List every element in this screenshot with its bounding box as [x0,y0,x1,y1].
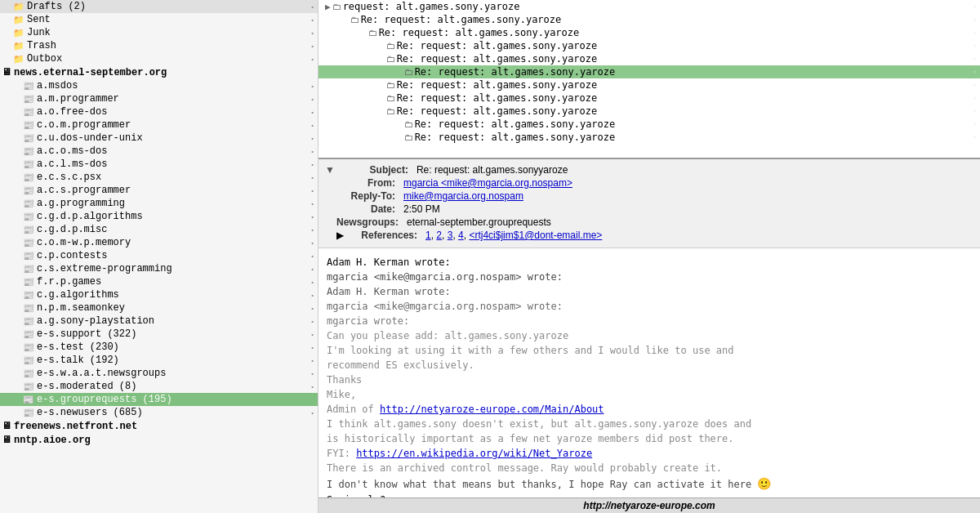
folder-icon: 📰 [23,264,34,274]
thread-spacer [343,15,349,25]
item-dot: • [310,292,314,299]
ref-4[interactable]: 4 [458,230,464,241]
sidebar-item-c.p.contests[interactable]: 📰c.p.contests• [0,249,318,262]
sidebar-item-e.c.s.c.psx[interactable]: 📰e.c.s.c.psx• [0,171,318,184]
thread-folder-icon: 🗀 [368,28,377,38]
sidebar-item-label: e-s.moderated (8) [37,381,310,392]
sidebar-item-e-s.support[interactable]: 📰e-s.support (322)• [0,328,318,341]
sidebar-item-e-s.test[interactable]: 📰e-s.test (230)• [0,341,318,354]
sidebar: 📁Drafts (2)•📁Sent•📁Junk•📁Trash•📁Outbox•🖥… [0,0,318,513]
replyto-link[interactable]: mike@mgarcia.org.nospam [403,190,523,202]
folder-icon: 📰 [23,172,34,183]
sidebar-item-drafts[interactable]: 📁Drafts (2)• [0,0,318,13]
thread-item[interactable]: 🗀Re: request: alt.games.sony.yaroze◦ [318,39,980,52]
sidebar-item-sent[interactable]: 📁Sent• [0,13,318,26]
ref-5[interactable]: <rtj4ci$jim$1@dont-email.me> [469,230,602,241]
sidebar-item-a.o.free-dos[interactable]: 📰a.o.free-dos• [0,105,318,118]
ref-2[interactable]: 2 [436,230,442,241]
sidebar-item-junk[interactable]: 📁Junk• [0,26,318,39]
folder-icon: 📁 [13,41,24,51]
folder-icon: 📰 [23,251,34,261]
collapse-button[interactable]: ▼ [325,164,335,176]
sidebar-item-label: a.c.o.ms-dos [37,145,310,157]
item-dot: • [310,56,314,63]
thread-spacer [379,93,385,104]
thread-item[interactable]: 🗀Re: request: alt.games.sony.yaroze◦ [318,131,980,144]
sidebar-item-a.c.s.programmer[interactable]: 📰a.c.s.programmer• [0,184,318,197]
date-value: 2:50 PM [403,203,973,215]
sidebar-item-n.p.m.seamonkey[interactable]: 📰n.p.m.seamonkey• [0,301,318,314]
body-line: I think alt.games.sony doesn't exist, bu… [327,417,972,431]
thread-dot: ◦ [973,69,977,76]
sidebar-item-a.g.programming[interactable]: 📰a.g.programming• [0,197,318,210]
item-dot: • [310,357,314,364]
thread-item[interactable]: ▶🗀request: alt.games.sony.yaroze◦ [318,0,980,13]
sidebar-item-c.o.m-w.p.memory[interactable]: 📰c.o.m-w.p.memory• [0,236,318,249]
item-dot: • [310,265,314,273]
thread-list[interactable]: ▶🗀request: alt.games.sony.yaroze◦ 🗀Re: r… [318,0,980,159]
thread-spacer [361,28,367,38]
thread-label: Re: request: alt.games.sony.yaroze [361,14,970,25]
folder-icon: 📁 [13,2,24,12]
body-link[interactable]: http://netyaroze-europe.com/Main/About [380,404,604,415]
sidebar-item-c.g.algorithms[interactable]: 📰c.g.algorithms• [0,288,318,301]
item-dot: • [310,96,314,103]
thread-spacer [379,54,385,65]
sidebar-item-e-s.moderated[interactable]: 📰e-s.moderated (8)• [0,380,318,393]
thread-dot: ◦ [973,56,977,63]
sidebar-item-a.msdos[interactable]: 📰a.msdos• [0,79,318,92]
sidebar-item-c.g.d.p.algorithms[interactable]: 📰c.g.d.p.algorithms• [0,210,318,223]
folder-icon: 📰 [23,355,34,366]
body-line: recommend ES exclusively. [327,358,972,372]
sidebar-item-c.o.m.programmer[interactable]: 📰c.o.m.programmer• [0,118,318,132]
folder-icon: 📰 [23,316,34,327]
sidebar-item-a.m.programmer[interactable]: 📰a.m.programmer• [0,92,318,105]
status-text: http://netyaroze-europe.com [583,500,715,511]
sidebar-item-a.g.sony-playstation[interactable]: 📰a.g.sony-playstation• [0,314,318,328]
thread-dot: ◦ [973,42,977,50]
folder-icon: 📰 [23,120,34,131]
sidebar-item-label: a.m.programmer [37,93,310,105]
ref-3[interactable]: 3 [448,230,453,241]
thread-item[interactable]: 🗀Re: request: alt.games.sony.yaroze◦ [318,118,980,131]
item-dot: • [310,187,314,194]
sidebar-item-a.c.o.ms-dos[interactable]: 📰a.c.o.ms-dos• [0,145,318,158]
sidebar-item-label: c.o.m.programmer [37,119,310,131]
sidebar-item-outbox[interactable]: 📁Outbox• [0,52,318,65]
ref-1[interactable]: 1 [425,230,431,241]
replyto-value: mike@mgarcia.org.nospam [403,190,973,202]
folder-icon: 📰 [23,107,34,118]
folder-icon: 📰 [23,381,34,392]
item-dot: • [310,16,314,24]
sidebar-item-freenews.netfront.net[interactable]: 🖥freenews.netfront.net [0,419,318,433]
sidebar-item-e-s.w.a.a.t.newsgroups[interactable]: 📰e-s.w.a.a.t.newsgroups• [0,367,318,380]
body-link[interactable]: https://en.wikipedia.org/wiki/Net_Yaroze [356,448,592,459]
thread-item[interactable]: 🗀Re: request: alt.games.sony.yaroze◦ [318,13,980,26]
sidebar-group-label: news.eternal-september.org [14,67,167,78]
from-link[interactable]: mgarcia <mike@mgarcia.org.nospam> [403,177,572,189]
thread-item[interactable]: 🗀Re: request: alt.games.sony.yaroze◦ [318,26,980,39]
sidebar-item-c.g.d.p.misc[interactable]: 📰c.g.d.p.misc• [0,223,318,236]
thread-spacer [397,67,403,78]
thread-item[interactable]: 🗀Re: request: alt.games.sony.yaroze◦ [318,52,980,65]
sidebar-item-f.r.p.games[interactable]: 📰f.r.p.games• [0,275,318,288]
references-toggle[interactable]: ▶ [325,230,344,241]
sidebar-item-a.c.l.ms-dos[interactable]: 📰a.c.l.ms-dos• [0,158,318,171]
sidebar-item-e-s.newusers[interactable]: 📰e-s.newusers (685)• [0,406,318,419]
thread-item[interactable]: 🗀Re: request: alt.games.sony.yaroze◦ [318,105,980,118]
sidebar-item-c.u.dos-under-unix[interactable]: 📰c.u.dos-under-unix• [0,132,318,145]
thread-spacer [397,132,403,143]
sidebar-item-e-s.talk[interactable]: 📰e-s.talk (192)• [0,354,318,367]
references-label: References: [347,230,421,241]
sidebar-item-news-eternal[interactable]: 🖥news.eternal-september.org [0,65,318,79]
thread-item[interactable]: 🗀Re: request: alt.games.sony.yaroze◦ [318,65,980,78]
thread-item[interactable]: 🗀Re: request: alt.games.sony.yaroze◦ [318,78,980,91]
sidebar-item-c.s.extreme-programming[interactable]: 📰c.s.extreme-programming• [0,262,318,275]
thread-dot: ◦ [973,95,977,102]
thread-folder-icon: 🗀 [404,132,413,143]
sidebar-item-trash[interactable]: 📁Trash• [0,39,318,52]
thread-dot: ◦ [973,121,977,128]
sidebar-item-nntp.aioe.org[interactable]: 🖥nntp.aioe.org [0,433,318,447]
sidebar-item-e-s.grouprequests[interactable]: 📰e-s.grouprequests (195) [0,393,318,406]
thread-item[interactable]: 🗀Re: request: alt.games.sony.yaroze◦ [318,91,980,105]
